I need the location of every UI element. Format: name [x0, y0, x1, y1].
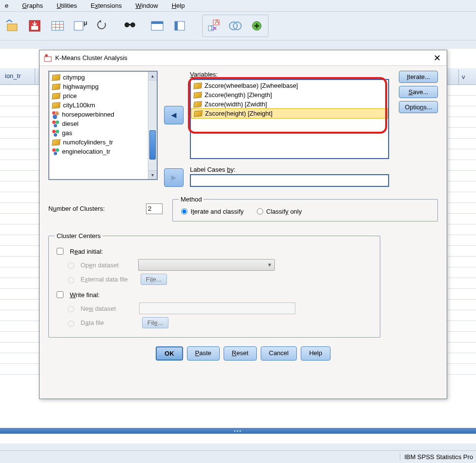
ok-button[interactable]: OK	[156, 346, 183, 361]
horizontal-splitter[interactable]: •••	[0, 428, 476, 434]
col-header-right[interactable]: v	[458, 69, 476, 85]
open-dataset-combo	[138, 259, 275, 271]
list-item[interactable]: diesel	[49, 119, 157, 128]
nominal-icon	[52, 148, 59, 155]
list-item[interactable]: gas	[49, 128, 157, 138]
scale-icon	[52, 102, 61, 109]
list-item[interactable]: citympg	[49, 73, 157, 82]
reset-button[interactable]: Reset	[224, 346, 257, 361]
cluster-centers-group: Cluster Centers Read initial: Open datas…	[48, 232, 380, 338]
cancel-button[interactable]: Cancel	[261, 346, 297, 361]
list-item[interactable]: Zscore(wheelbase) [Zwheelbase]	[191, 81, 388, 90]
list-item[interactable]: horsepowerbinned	[49, 110, 157, 119]
scale-icon	[52, 83, 61, 90]
list-item[interactable]: Zscore(height) [Zheight]	[191, 108, 388, 119]
move-left-button[interactable]: ◄	[164, 106, 184, 124]
list-item[interactable]: cityL100km	[49, 101, 157, 110]
svg-text:1: 1	[210, 24, 213, 31]
scroll-thumb[interactable]	[149, 130, 156, 160]
status-product: IBM SPSS Statistics Pro	[400, 453, 476, 461]
venn-icon[interactable]	[225, 16, 246, 36]
read-initial-label: Read initial:	[70, 248, 103, 255]
move-right-button[interactable]: ►	[164, 168, 184, 187]
menu-item-extensions[interactable]: Extensions	[91, 2, 122, 9]
iterate-button[interactable]: Iterate...	[399, 71, 438, 83]
open-icon[interactable]	[2, 16, 23, 36]
add-icon[interactable]	[246, 16, 268, 36]
svg-point-25	[45, 54, 48, 57]
menu-item-graphs[interactable]: Graphsdocument.currentScript.previousEle…	[22, 2, 43, 9]
help-button[interactable]: Help	[301, 346, 331, 361]
write-file-button: File...	[142, 317, 168, 328]
method-legend: Method	[179, 196, 204, 203]
source-variable-list[interactable]: citympghighwaympgpricecityL100kmhorsepow…	[48, 71, 158, 180]
dialog-titlebar: K-Means Cluster Analysis ✕	[40, 50, 447, 66]
svg-rect-8	[74, 21, 83, 30]
write-final-checkbox[interactable]	[57, 291, 63, 298]
list-item-label: citympg	[63, 74, 85, 81]
menu-item-window[interactable]: Window	[135, 2, 158, 9]
find-icon[interactable]	[119, 16, 141, 36]
new-dataset-input	[139, 302, 295, 314]
write-final-label: Write final:	[70, 291, 100, 299]
data-icon[interactable]	[47, 16, 68, 36]
list-item-label: diesel	[62, 120, 79, 127]
compute-icon[interactable]: μ	[69, 16, 91, 36]
scale-icon	[52, 93, 61, 100]
list-item[interactable]: numofcylinders_tr	[49, 138, 157, 147]
svg-text:μ: μ	[83, 19, 87, 26]
dialog-button-row: OK Paste Reset Cancel Help	[48, 346, 438, 361]
list-item[interactable]: highwaympg	[49, 82, 157, 91]
list-item-label: Zscore(height) [Zheight]	[205, 110, 272, 117]
list-item[interactable]: Zscore(length) [Zlength]	[191, 90, 388, 100]
external-file-label: External data file	[81, 276, 128, 283]
new-dataset-radio	[68, 306, 74, 312]
svg-text:A: A	[215, 19, 219, 25]
toolbar-group: A1	[202, 15, 269, 37]
svg-rect-16	[175, 21, 178, 30]
menu-item-help[interactable]: Help	[172, 2, 185, 9]
scroll-down-icon[interactable]: ▾	[148, 170, 157, 179]
label-cases-input[interactable]	[190, 174, 389, 187]
list-item[interactable]: enginelocation_tr	[49, 147, 157, 156]
value-labels-icon[interactable]: A1	[203, 16, 225, 36]
paste-button[interactable]: Paste	[187, 346, 220, 361]
external-file-radio	[68, 277, 74, 283]
list-item-label: Zscore(width) [Zwidth]	[205, 101, 267, 108]
open-dataset-label: Open dataset	[81, 262, 119, 269]
close-icon[interactable]: ✕	[432, 53, 443, 63]
undo-icon[interactable]	[92, 16, 113, 36]
target-variable-list[interactable]: Zscore(wheelbase) [Zwheelbase]Zscore(len…	[190, 79, 389, 159]
new-dataset-label: New dataset	[81, 305, 116, 312]
svg-rect-0	[7, 24, 17, 31]
col-header[interactable]: ion_tr	[0, 68, 35, 84]
goto-icon[interactable]	[146, 16, 168, 36]
save-icon[interactable]	[24, 16, 46, 36]
svg-rect-3	[52, 21, 63, 30]
num-clusters-input[interactable]	[146, 203, 163, 214]
save-button[interactable]: Save...	[399, 86, 438, 98]
classify-only-radio[interactable]: Classify only	[254, 208, 302, 215]
list-item-label: horsepowerbinned	[62, 111, 114, 118]
list-item[interactable]: Zscore(width) [Zwidth]	[191, 100, 388, 109]
read-initial-checkbox[interactable]	[57, 248, 63, 255]
options-button[interactable]: Options...	[399, 101, 438, 113]
svg-rect-14	[151, 21, 163, 24]
vars-icon[interactable]	[169, 16, 190, 36]
scrollbar[interactable]: ▴ ▾	[148, 72, 157, 179]
menu-item-utilities[interactable]: Utilities	[57, 2, 77, 9]
list-item-label: Zscore(length) [Zlength]	[205, 91, 272, 99]
list-item-label: gas	[62, 129, 72, 137]
data-file-radio	[68, 321, 74, 327]
open-dataset-radio	[68, 262, 74, 269]
scroll-up-icon[interactable]: ▴	[148, 72, 157, 81]
list-item-label: price	[63, 92, 77, 100]
scale-icon	[194, 110, 203, 117]
menu-item[interactable]: e	[5, 2, 8, 9]
nominal-string-icon	[52, 111, 59, 118]
list-item[interactable]: price	[49, 91, 157, 101]
toolbar: μ A1	[0, 12, 476, 40]
list-item-label: Zscore(wheelbase) [Zwheelbase]	[205, 82, 298, 89]
status-bar: IBM SPSS Statistics Pro	[0, 450, 476, 463]
iterate-classify-radio[interactable]: Iterate and classify	[179, 208, 244, 215]
